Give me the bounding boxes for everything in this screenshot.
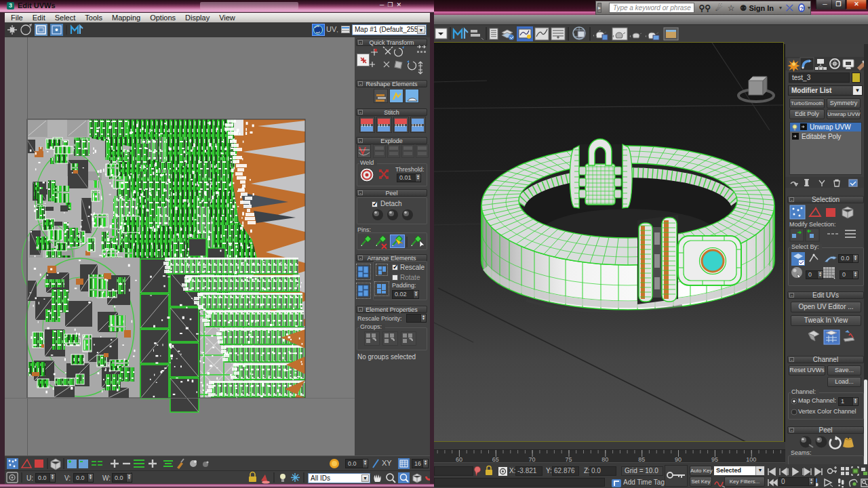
svg-text:70: 70 bbox=[529, 456, 536, 463]
svg-text:90: 90 bbox=[675, 456, 682, 463]
svg-text:85: 85 bbox=[638, 456, 645, 463]
svg-text:75: 75 bbox=[565, 456, 572, 463]
svg-text:80: 80 bbox=[601, 456, 608, 463]
svg-text:100: 100 bbox=[746, 456, 756, 463]
svg-text:95: 95 bbox=[711, 456, 718, 463]
svg-text:65: 65 bbox=[492, 456, 499, 463]
svg-text:60: 60 bbox=[456, 456, 462, 463]
